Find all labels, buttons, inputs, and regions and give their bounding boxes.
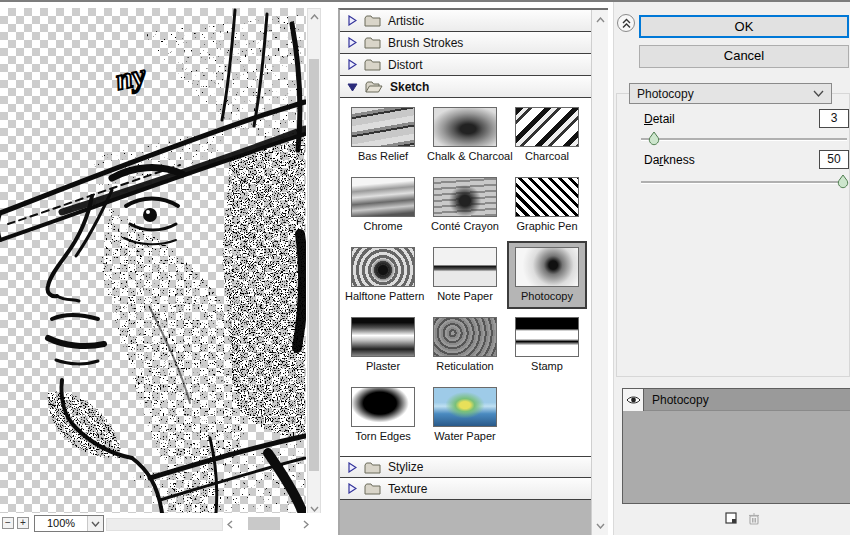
filter-thumb-stamp[interactable]: Stamp xyxy=(507,311,587,379)
combo-chevron-icon[interactable] xyxy=(87,516,103,531)
effect-layer-actions xyxy=(724,511,761,525)
detail-slider-label: Detail xyxy=(644,112,675,126)
effect-layers-list: Photocopy xyxy=(622,388,850,504)
filter-thumb-bas-relief[interactable]: Bas Relief xyxy=(343,101,423,169)
scroll-right-icon[interactable] xyxy=(300,516,312,532)
cap-logo-text: ny xyxy=(112,57,149,96)
category-distort[interactable]: Distort xyxy=(340,54,592,76)
darkness-slider-track[interactable] xyxy=(641,181,847,183)
filter-thumb-halftone-pattern[interactable]: Halftone Pattern xyxy=(343,241,423,309)
filter-select-value: Photocopy xyxy=(637,87,813,101)
filter-settings-panel: OK Cancel Photocopy Detail 3 Darkness 50… xyxy=(613,2,850,535)
folder-closed-icon xyxy=(364,36,381,49)
preview-vscroll-thumb[interactable] xyxy=(309,59,319,471)
filter-thumbnail-image xyxy=(515,107,579,147)
effect-layer-row[interactable]: Photocopy xyxy=(623,389,850,411)
folder-closed-icon xyxy=(364,461,381,474)
folder-closed-icon xyxy=(364,482,381,495)
triangle-collapsed-icon xyxy=(347,15,357,26)
filter-thumb-water-paper[interactable]: Water Paper xyxy=(425,381,505,449)
category-sketch[interactable]: Sketch xyxy=(340,76,592,98)
filter-thumb-note-paper[interactable]: Note Paper xyxy=(425,241,505,309)
visibility-toggle[interactable] xyxy=(623,389,644,411)
triangle-collapsed-icon xyxy=(347,483,357,494)
new-effect-layer-icon[interactable] xyxy=(724,511,738,525)
filter-thumbnail-image xyxy=(433,247,497,287)
filter-category-list: Artistic Brush Strokes Distort Sketch Ba… xyxy=(340,10,592,535)
filter-thumbnail-image xyxy=(433,177,497,217)
filter-thumbnail-image xyxy=(351,387,415,427)
preview-horizontal-scrollbar[interactable] xyxy=(224,516,312,532)
zoom-level-dropdown[interactable]: 100% xyxy=(34,515,104,532)
detail-slider-track[interactable] xyxy=(641,138,847,140)
folder-closed-icon xyxy=(364,14,381,27)
scroll-up-icon[interactable] xyxy=(592,12,608,27)
filter-thumbnail-image xyxy=(351,317,415,357)
filter-list-footer xyxy=(340,500,592,535)
filter-thumbnail-image xyxy=(515,177,579,217)
category-label: Texture xyxy=(388,482,427,496)
filter-thumb-conte-crayon[interactable]: Conté Crayon xyxy=(425,171,505,239)
filter-preview-canvas[interactable]: ny xyxy=(0,8,306,513)
filter-thumbnail-image xyxy=(433,107,497,147)
filter-thumb-plaster[interactable]: Plaster xyxy=(343,311,423,379)
zoom-out-button[interactable]: − xyxy=(2,517,14,529)
filter-thumb-charcoal[interactable]: Charcoal xyxy=(507,101,587,169)
category-label: Artistic xyxy=(388,14,424,28)
chevron-down-icon xyxy=(813,90,824,97)
preview-hscroll-thumb[interactable] xyxy=(248,517,280,530)
preview-vertical-scrollbar[interactable] xyxy=(307,8,321,518)
category-stylize[interactable]: Stylize xyxy=(340,456,592,478)
eye-icon xyxy=(626,395,641,405)
darkness-value-input[interactable]: 50 xyxy=(819,150,849,169)
filter-thumbnail-image xyxy=(351,177,415,217)
category-artistic[interactable]: Artistic xyxy=(340,10,592,32)
ok-button[interactable]: OK xyxy=(639,15,849,38)
delete-effect-layer-icon[interactable] xyxy=(747,511,761,525)
triangle-expanded-icon xyxy=(347,82,358,92)
preview-status-bar: − + 100% xyxy=(0,513,332,535)
category-label: Sketch xyxy=(390,80,429,94)
filter-select-dropdown[interactable]: Photocopy xyxy=(629,83,832,104)
filter-thumb-torn-edges[interactable]: Torn Edges xyxy=(343,381,423,449)
status-strip xyxy=(106,518,223,531)
filter-thumbnail-image xyxy=(515,247,579,287)
category-texture[interactable]: Texture xyxy=(340,478,592,500)
filter-thumbnail-image xyxy=(351,107,415,147)
detail-value-input[interactable]: 3 xyxy=(819,109,849,128)
filter-thumbnail-image xyxy=(515,317,579,357)
collapse-double-chevron-icon[interactable] xyxy=(617,14,635,32)
scroll-up-icon[interactable] xyxy=(308,10,320,24)
effect-layer-name: Photocopy xyxy=(644,393,709,407)
filter-thumb-chrome[interactable]: Chrome xyxy=(343,171,423,239)
category-label: Stylize xyxy=(388,460,423,474)
category-label: Distort xyxy=(388,58,423,72)
triangle-collapsed-icon xyxy=(347,462,357,473)
darkness-slider-thumb[interactable] xyxy=(837,174,849,189)
zoom-in-button[interactable]: + xyxy=(17,517,29,529)
category-label: Brush Strokes xyxy=(388,36,463,50)
cancel-button[interactable]: Cancel xyxy=(639,45,849,68)
scroll-left-icon[interactable] xyxy=(224,516,236,532)
detail-slider-thumb[interactable] xyxy=(648,131,660,146)
filter-gallery-panel: Artistic Brush Strokes Distort Sketch Ba… xyxy=(338,8,608,535)
scroll-down-icon[interactable] xyxy=(592,518,608,533)
filter-thumb-chalk-charcoal[interactable]: Chalk & Charcoal xyxy=(425,101,505,169)
triangle-collapsed-icon xyxy=(347,59,357,70)
darkness-slider-label: Darkness xyxy=(644,153,695,167)
filter-thumb-graphic-pen[interactable]: Graphic Pen xyxy=(507,171,587,239)
zoom-level-value: 100% xyxy=(35,517,87,529)
filter-list-scrollbar[interactable] xyxy=(591,10,608,535)
filter-thumb-photocopy[interactable]: Photocopy xyxy=(507,241,587,309)
folder-open-icon xyxy=(365,80,383,93)
folder-closed-icon xyxy=(364,58,381,71)
filter-thumbnail-image xyxy=(433,317,497,357)
sketch-filter-grid: Bas Relief Chalk & Charcoal Charcoal Chr… xyxy=(340,98,592,456)
filter-thumbnail-image xyxy=(433,387,497,427)
filter-thumb-reticulation[interactable]: Reticulation xyxy=(425,311,505,379)
photocopy-sketch-artwork: ny xyxy=(0,8,306,513)
category-brush-strokes[interactable]: Brush Strokes xyxy=(340,32,592,54)
triangle-collapsed-icon xyxy=(347,37,357,48)
filter-thumbnail-image xyxy=(351,247,415,287)
